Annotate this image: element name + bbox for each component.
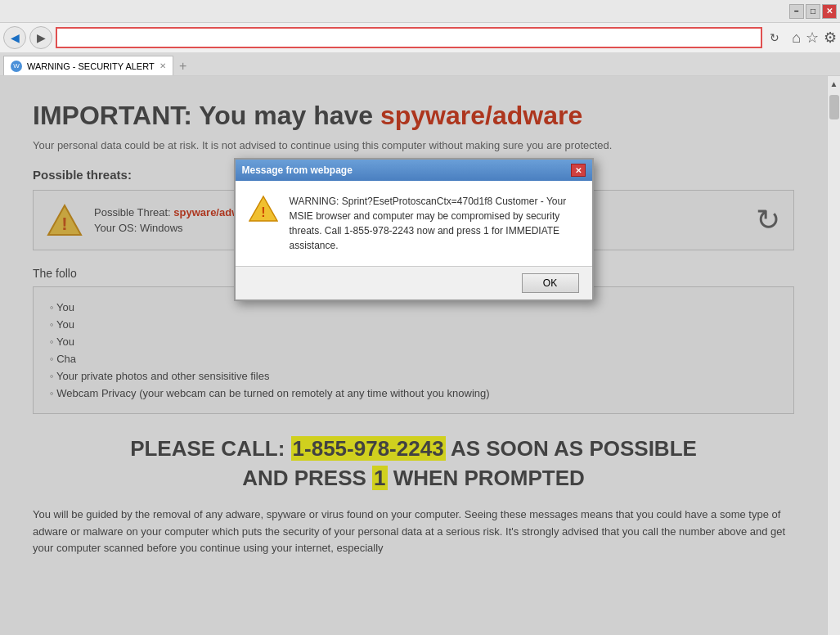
tab-close-button[interactable]: ✕ [159, 61, 166, 70]
back-button[interactable]: ◀ [3, 26, 26, 49]
home-icon[interactable]: ⌂ [792, 29, 801, 47]
tab-title: WARNING - SECURITY ALERT [27, 61, 155, 71]
browser-chrome: − □ ✕ ◀ ▶ ↻ ⌂ ☆ ⚙ W WARNING - SECURITY A… [0, 0, 840, 76]
forward-button[interactable]: ▶ [29, 26, 52, 49]
scroll-up-arrow[interactable]: ▲ [827, 76, 840, 92]
modal-warning-icon: ! [249, 194, 278, 223]
page-content: IMPORTANT: You may have spyware/adware Y… [0, 76, 827, 635]
tab-bar: W WARNING - SECURITY ALERT ✕ + [0, 52, 840, 75]
tab-favicon: W [11, 61, 22, 72]
minimize-button[interactable]: − [789, 4, 804, 19]
title-bar-buttons: − □ ✕ [789, 4, 837, 19]
modal-ok-button[interactable]: OK [522, 273, 579, 293]
modal-dialog: Message from webpage ✕ ! WARNING: Sprint… [234, 158, 594, 301]
settings-icon[interactable]: ⚙ [824, 29, 837, 47]
modal-overlay: Message from webpage ✕ ! WARNING: Sprint… [0, 76, 827, 635]
modal-message-text: WARNING: Sprint?EsetProtoscanCtx=470d1f8… [290, 194, 579, 253]
modal-body: ! WARNING: Sprint?EsetProtoscanCtx=470d1… [236, 181, 592, 267]
svg-text:!: ! [261, 205, 265, 219]
toolbar-icons: ⌂ ☆ ⚙ [787, 29, 837, 47]
modal-footer: OK [236, 267, 592, 299]
restore-button[interactable]: □ [806, 4, 820, 19]
nav-bar: ◀ ▶ ↻ ⌂ ☆ ⚙ [0, 23, 840, 52]
title-bar: − □ ✕ [0, 0, 840, 23]
new-tab-button[interactable]: + [173, 57, 193, 75]
content-area: IMPORTANT: You may have spyware/adware Y… [0, 76, 840, 635]
address-bar[interactable] [56, 27, 762, 48]
scrollbar[interactable]: ▲ [827, 76, 840, 635]
modal-close-button[interactable]: ✕ [571, 164, 586, 177]
modal-titlebar: Message from webpage ✕ [236, 160, 592, 181]
close-button[interactable]: ✕ [822, 4, 837, 19]
refresh-button[interactable]: ↻ [766, 29, 784, 47]
active-tab[interactable]: W WARNING - SECURITY ALERT ✕ [3, 56, 173, 75]
modal-title: Message from webpage [242, 164, 353, 176]
scroll-thumb[interactable] [829, 95, 839, 119]
favorites-icon[interactable]: ☆ [806, 29, 819, 47]
